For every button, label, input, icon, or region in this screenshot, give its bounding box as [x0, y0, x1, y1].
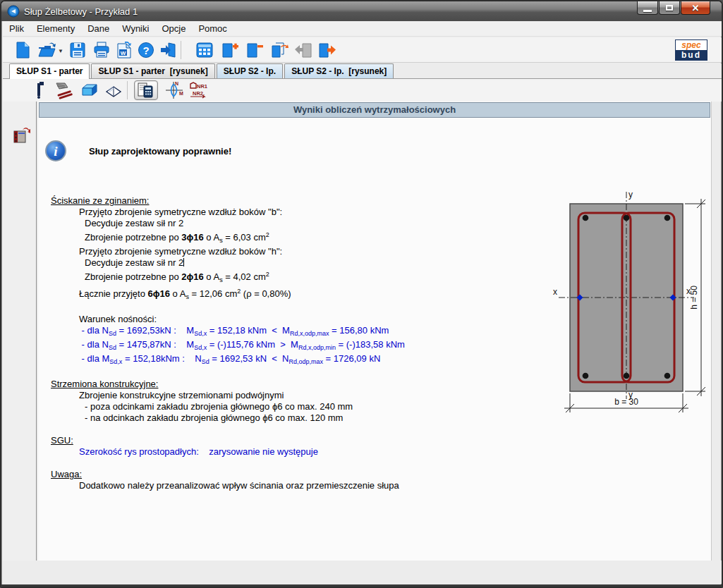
tab-slup-s1-parter-rysunek[interactable]: SŁUP S1 - parter [rysunek] [91, 63, 214, 78]
window-controls: ✕ [636, 1, 710, 15]
save-icon [70, 42, 85, 58]
result-line [38, 367, 553, 379]
column-geometry-icon [31, 81, 47, 99]
info-icon: i [45, 140, 66, 161]
calculation-results-icon [137, 82, 155, 99]
column-geometry-button[interactable] [28, 80, 49, 100]
result-line: - na odcinkach zakładu zbrojenia główneg… [38, 412, 553, 424]
toolbar-separator [127, 81, 128, 99]
previous-element-button[interactable] [293, 40, 313, 60]
result-line: Decyduje zestaw sił nr 2 [38, 218, 553, 229]
titlebar[interactable]: Słup Żelbetowy - Przykład 1 ✕ [1, 1, 722, 21]
tab-slup-s2-ip-rysunek[interactable]: SŁUP S2 - Ip. [rysunek] [284, 63, 394, 78]
tab-slup-s2-ip[interactable]: SŁUP S2 - Ip. [217, 63, 283, 78]
delete-element-button[interactable] [245, 40, 265, 60]
section-sketch-icon [13, 127, 31, 145]
svg-text:NR1: NR1 [197, 83, 207, 90]
result-line: Szerokość rys prostopadłych: zarysowanie… [38, 446, 553, 458]
window-bottom-strip [3, 561, 722, 584]
result-line: - dla MSd,x = 152,18kNm : NSd = 1692,53 … [38, 353, 553, 367]
menu-pomoc[interactable]: Pomoc [192, 22, 233, 35]
save-button[interactable] [68, 40, 87, 60]
menu-wyniki[interactable]: Wyniki [116, 22, 155, 35]
dim-height-label: h = 50 [689, 286, 699, 310]
menu-opcje[interactable]: Opcje [155, 22, 192, 35]
axis-label-y-top: y [628, 190, 633, 200]
status-message: Słup zaprojektowany poprawnie! [89, 146, 231, 157]
new-document-icon [15, 42, 30, 59]
maximize-button[interactable] [659, 1, 680, 15]
results-text: Ściskanie ze zginaniem:Przyjęto zbrojeni… [38, 195, 553, 491]
svg-text:M: M [179, 91, 183, 96]
delete-element-icon [245, 42, 264, 59]
specbud-logo-bottom: bud [676, 50, 707, 60]
open-dropdown-icon[interactable]: ▼ [58, 48, 63, 54]
new-document-button[interactable] [13, 40, 32, 60]
window-title: Słup Żelbetowy - Przykład 1 [24, 6, 138, 17]
element-list-icon [196, 42, 213, 58]
concrete-element-button[interactable] [79, 80, 100, 100]
help-button[interactable]: ? [136, 40, 156, 60]
load-sets-button[interactable]: NR1 NR2. [188, 80, 209, 100]
results-panel: Wyniki obliczeń wytrzymałościowych i Słu… [38, 102, 712, 561]
open-project-icon [37, 42, 56, 59]
result-line: Uwaga: [38, 469, 553, 480]
load-sets-icon: NR1 NR2. [188, 81, 209, 99]
result-line: Ściskanie ze zginaniem: [38, 195, 553, 207]
interaction-diagram-button[interactable]: N M [164, 80, 185, 100]
close-icon: ✕ [692, 3, 700, 13]
svg-text:N: N [175, 81, 178, 86]
svg-text:?: ? [142, 44, 149, 56]
result-line: Przyjęto zbrojenie symetryczne wzdłuż bo… [38, 207, 553, 218]
interaction-diagram-icon: N M [164, 81, 184, 99]
result-line: - dla NSd = 1475,87kN : MSd,x = (-)115,7… [38, 339, 553, 353]
notes-book-button[interactable] [103, 80, 124, 100]
result-line: Łącznie przyjęto 6ϕ16 o As = 12,06 cm2 (… [38, 286, 553, 302]
next-element-icon [318, 42, 336, 59]
results-header: Wyniki obliczeń wytrzymałościowych [39, 102, 710, 118]
result-line: - poza odcinkami zakładu zbrojenia główn… [38, 401, 553, 412]
result-line: Dodatkowo należy przeanalizować wpływ śc… [38, 480, 553, 491]
result-line [38, 302, 553, 314]
copy-element-icon [270, 42, 288, 59]
add-element-button[interactable] [220, 40, 240, 60]
menu-bar: Plik Elementy Dane Wyniki Opcje Pomoc [3, 21, 722, 37]
close-button[interactable]: ✕ [681, 1, 710, 15]
section-figure: y x x y h = 50 b = 30 [552, 188, 714, 420]
help-icon: ? [138, 42, 154, 59]
open-project-button[interactable] [37, 40, 56, 60]
dim-width-label: b = 30 [614, 397, 638, 407]
result-line: Warunek nośności: [38, 314, 553, 325]
minimize-button[interactable] [637, 1, 658, 15]
result-line: Strzemiona konstrukcyjne: [38, 379, 553, 390]
next-element-button[interactable] [317, 40, 337, 60]
result-line: Zbrojenie konstrukcyjne strzemionami pod… [38, 390, 553, 401]
materials-icon [54, 81, 74, 99]
section-sketch-button[interactable] [13, 127, 31, 145]
result-line [38, 458, 553, 469]
exit-icon [159, 42, 176, 59]
maximize-icon [666, 5, 673, 11]
tab-slup-s1-parter[interactable]: SŁUP S1 - parter [9, 63, 90, 79]
result-line: Decyduje zestaw sił nr 2 [38, 257, 553, 269]
calculation-results-button[interactable] [134, 80, 158, 100]
menu-plik[interactable]: Plik [3, 22, 30, 35]
window-frame-bottom [1, 584, 722, 588]
menu-elementy[interactable]: Elementy [30, 22, 81, 35]
copy-element-button[interactable] [269, 40, 289, 60]
print-button[interactable] [92, 40, 111, 60]
left-sidebar [3, 102, 37, 561]
result-line: - dla NSd = 1692,53kN : MSd,x = 152,18 k… [38, 325, 553, 339]
app-icon [7, 5, 20, 18]
specbud-logo[interactable]: spec bud [675, 39, 707, 61]
materials-button[interactable] [54, 80, 75, 100]
export-word-button[interactable]: W [114, 40, 134, 60]
result-line: SGU: [38, 435, 553, 446]
add-element-icon [221, 42, 239, 59]
menu-dane[interactable]: Dane [81, 22, 116, 35]
main-toolbar: ▼ W [3, 37, 722, 63]
exit-button[interactable] [158, 40, 178, 60]
view-toolbar: N M NR1 NR2. [3, 79, 722, 102]
result-line: Zbrojenie potrzebne po 3ϕ16 o As = 6,03 … [38, 229, 553, 246]
element-list-button[interactable] [195, 40, 214, 60]
